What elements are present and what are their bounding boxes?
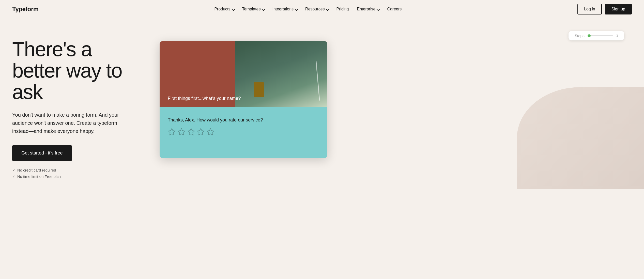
trust-item-no-time-limit: ✓ No time limit on Free plan bbox=[12, 174, 144, 179]
nav-item-enterprise[interactable]: Enterprise bbox=[354, 5, 382, 13]
steps-progress-dot bbox=[588, 34, 591, 37]
svg-marker-3 bbox=[197, 129, 204, 135]
form-preview-container: Steps 1 First things first...what's your… bbox=[160, 34, 632, 158]
svg-marker-0 bbox=[168, 129, 175, 135]
form-card-name-question: First things first...what's your name? bbox=[160, 41, 327, 107]
nav-item-templates[interactable]: Templates bbox=[239, 5, 267, 13]
trust-item-no-credit-card: ✓ No credit card required bbox=[12, 168, 144, 172]
tennis-net-graphic bbox=[316, 61, 320, 101]
star-rating[interactable] bbox=[168, 128, 319, 136]
tennis-chair-graphic bbox=[254, 82, 264, 97]
steps-value: 1 bbox=[616, 34, 618, 38]
signup-button[interactable]: Sign up bbox=[605, 4, 632, 14]
get-started-button[interactable]: Get started - it's free bbox=[12, 145, 72, 161]
brand-logo[interactable]: Typeform bbox=[12, 6, 39, 13]
form-rating-question-text: Thanks, Alex. How would you rate our ser… bbox=[168, 117, 319, 123]
star-5[interactable] bbox=[206, 128, 214, 136]
star-2[interactable] bbox=[177, 128, 186, 136]
form-question-text: First things first...what's your name? bbox=[160, 90, 252, 107]
nav-item-resources[interactable]: Resources bbox=[302, 5, 331, 13]
nav-item-pricing[interactable]: Pricing bbox=[333, 5, 352, 13]
hero-headline: There's a better way to ask bbox=[12, 39, 144, 103]
steps-indicator: Steps 1 bbox=[569, 31, 624, 40]
nav-actions: Log in Sign up bbox=[577, 4, 632, 14]
steps-track bbox=[588, 35, 613, 36]
check-icon: ✓ bbox=[12, 175, 15, 179]
hero-section: There's a better way to ask You don't wa… bbox=[0, 18, 644, 189]
chevron-down-icon bbox=[262, 7, 265, 11]
chevron-down-icon bbox=[326, 7, 329, 11]
hero-content: There's a better way to ask You don't wa… bbox=[12, 34, 144, 179]
nav-menu: Products Templates Integrations Resource… bbox=[211, 5, 405, 13]
svg-marker-1 bbox=[178, 129, 185, 135]
steps-label: Steps bbox=[575, 34, 584, 38]
login-button[interactable]: Log in bbox=[577, 4, 602, 14]
nav-item-integrations[interactable]: Integrations bbox=[269, 5, 300, 13]
star-4[interactable] bbox=[197, 128, 205, 136]
chevron-down-icon bbox=[376, 7, 380, 11]
nav-item-products[interactable]: Products bbox=[211, 5, 237, 13]
star-1[interactable] bbox=[168, 128, 176, 136]
form-preview: First things first...what's your name? T… bbox=[160, 41, 327, 158]
check-icon: ✓ bbox=[12, 168, 15, 172]
chevron-down-icon bbox=[295, 7, 298, 11]
star-3[interactable] bbox=[187, 128, 195, 136]
nav-item-careers[interactable]: Careers bbox=[384, 5, 405, 13]
navigation: Typeform Products Templates Integrations… bbox=[0, 0, 644, 18]
svg-marker-4 bbox=[207, 129, 214, 135]
trust-list: ✓ No credit card required ✓ No time limi… bbox=[12, 168, 144, 179]
form-card-rating-question: Thanks, Alex. How would you rate our ser… bbox=[160, 107, 327, 158]
hero-subheadline: You don't want to make a boring form. An… bbox=[12, 111, 129, 135]
svg-marker-2 bbox=[188, 129, 195, 135]
chevron-down-icon bbox=[232, 7, 235, 11]
